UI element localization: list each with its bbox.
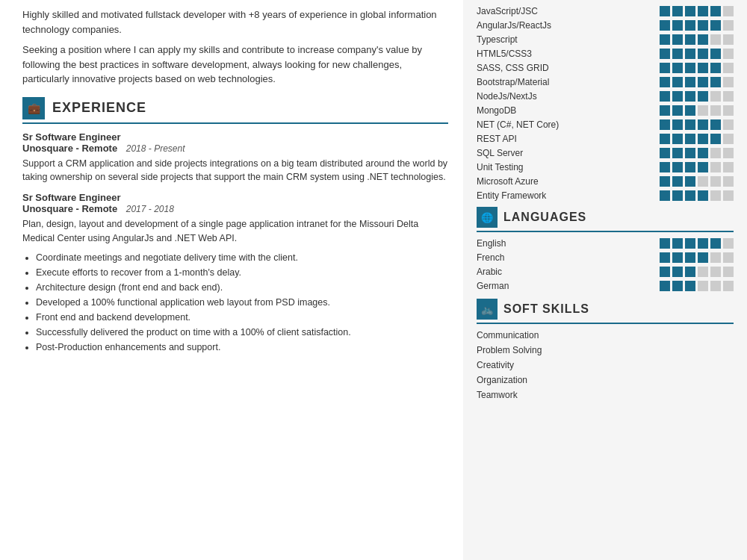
skill-dot [698, 148, 708, 158]
bullet-1: Coordinate meetings and negotiate delive… [36, 250, 448, 265]
skill-dot [685, 49, 695, 59]
skill-dot [698, 49, 708, 59]
language-dot [672, 267, 683, 277]
languages-title: LANGUAGES [503, 211, 586, 224]
skill-dot [672, 77, 683, 87]
languages-rows: EnglishFrenchArabicGerman [477, 238, 734, 291]
job-1-desc: Support a CRM application and side proje… [22, 157, 448, 185]
skill-dot [723, 6, 734, 16]
skill-row: Entity Framework [477, 190, 734, 201]
skill-dot [698, 162, 708, 172]
skill-dot [660, 49, 670, 59]
skill-dot [672, 34, 683, 45]
skill-dots [660, 190, 734, 201]
skill-dot [672, 105, 683, 116]
language-dot [672, 281, 683, 291]
skill-dot [723, 20, 734, 31]
skill-name: Unit Testing [477, 162, 589, 172]
skill-dot [723, 49, 734, 59]
skill-dot [660, 77, 670, 87]
job-2-title: Sr Software Engineer [22, 192, 448, 203]
skill-dot [698, 176, 708, 187]
skill-name: SASS, CSS GRID [477, 63, 589, 73]
soft-skill-item: Organization [477, 375, 734, 385]
skill-dot [698, 20, 708, 31]
skill-row: NodeJs/NextJs [477, 91, 734, 102]
skill-dot [698, 63, 708, 73]
language-dot [660, 252, 670, 263]
language-dots [660, 252, 734, 263]
skill-dots [660, 119, 734, 130]
language-dot [710, 238, 721, 249]
skill-dot [698, 77, 708, 87]
skill-dots [660, 162, 734, 172]
skill-name: MongoDB [477, 105, 589, 116]
bullet-3: Architecture design (front end and back … [36, 280, 448, 295]
language-dot [710, 281, 721, 291]
soft-skills-section-header: 🚲 SOFT SKILLS [477, 299, 734, 324]
skill-dot [672, 134, 683, 144]
skill-dot [685, 162, 695, 172]
skill-name: AngularJs/ReactJs [477, 20, 589, 31]
language-dots [660, 281, 734, 291]
language-row: French [477, 252, 734, 263]
soft-skills-rows: CommunicationProblem SolvingCreativityOr… [477, 330, 734, 400]
skill-row: MongoDB [477, 105, 734, 116]
skill-dot [685, 190, 695, 201]
skill-row: Typescript [477, 34, 734, 45]
skill-dot [710, 134, 721, 144]
skill-dot [710, 105, 721, 116]
intro-text-2: Seeking a position where I can apply my … [22, 43, 448, 87]
skill-dot [685, 105, 695, 116]
skill-dot [710, 34, 721, 45]
skills-section: JavaScript/JSCAngularJs/ReactJsTypescrip… [477, 6, 734, 201]
skill-dot [660, 63, 670, 73]
skill-row: HTML5/CSS3 [477, 49, 734, 59]
skill-dot [723, 34, 734, 45]
language-dot [698, 281, 708, 291]
bike-icon: 🚲 [477, 299, 498, 320]
soft-skill-item: Problem Solving [477, 345, 734, 355]
left-column: Highly skilled and motivated fullstack d… [0, 0, 463, 560]
skill-dots [660, 6, 734, 16]
skill-row: REST API [477, 134, 734, 144]
skill-dot [685, 20, 695, 31]
skill-name: Microsoft Azure [477, 176, 589, 187]
soft-skill-item: Teamwork [477, 390, 734, 400]
skill-dots [660, 176, 734, 187]
skill-row: NET (C#, NET Core) [477, 119, 734, 130]
skill-row: Bootstrap/Material [477, 77, 734, 87]
language-dot [685, 252, 695, 263]
language-name: German [477, 281, 536, 291]
intro-text-1: Highly skilled and motivated fullstack d… [22, 7, 448, 37]
language-dot [660, 238, 670, 249]
job-1-title: Sr Software Engineer [22, 131, 448, 143]
skill-dot [710, 119, 721, 130]
skill-dot [710, 20, 721, 31]
skill-dot [723, 77, 734, 87]
skill-dot [660, 105, 670, 116]
skill-dots [660, 63, 734, 73]
language-dot [672, 238, 683, 249]
bullet-7: Post-Production enhancements and support… [36, 340, 448, 355]
job-1-company: Unosquare - Remote [22, 143, 117, 154]
skill-row: SQL Server [477, 148, 734, 158]
skill-dot [723, 190, 734, 201]
skill-name: SQL Server [477, 148, 589, 158]
skill-name: Entity Framework [477, 190, 589, 201]
job-2: Sr Software Engineer Unosquare - Remote … [22, 192, 448, 355]
skill-dot [672, 91, 683, 102]
job-2-desc: Plan, design, layout and development of … [22, 217, 448, 246]
skill-dot [723, 148, 734, 158]
skill-name: NodeJs/NextJs [477, 91, 589, 102]
language-dot [660, 281, 670, 291]
skill-dot [660, 176, 670, 187]
skill-dot [710, 148, 721, 158]
skill-dot [723, 162, 734, 172]
skill-dot [672, 162, 683, 172]
language-row: Arabic [477, 267, 734, 277]
skill-dots [660, 49, 734, 59]
skill-dot [698, 34, 708, 45]
language-name: English [477, 238, 536, 249]
skill-dot [723, 105, 734, 116]
